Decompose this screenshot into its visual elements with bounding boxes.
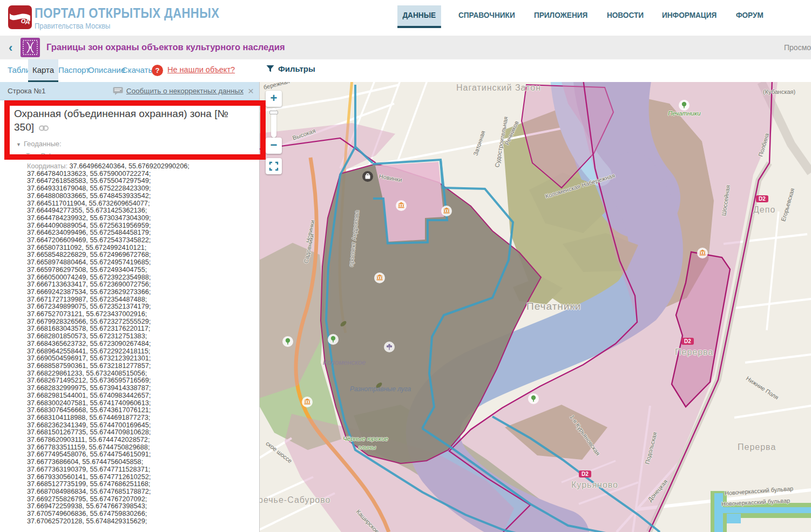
filter-funnel-icon bbox=[266, 65, 274, 73]
coordinate-line: 37.6658974880464, 55.6724957419685; bbox=[27, 259, 254, 267]
comment-bubble-icon bbox=[113, 87, 123, 95]
nav-item-novosti[interactable]: НОВОСТИ bbox=[606, 5, 645, 26]
fullscreen-button[interactable] bbox=[266, 158, 282, 174]
nav-item-forum[interactable]: ФОРУМ bbox=[735, 5, 765, 26]
coordinate-line: 37.6660500074249, 55.6723922354988; bbox=[27, 274, 254, 282]
nav-item-dannye[interactable]: ДАННЫЕ bbox=[397, 5, 441, 28]
coordinate-line: 37.6667133633417, 55.6723690072756; bbox=[27, 281, 254, 289]
coordinate-line: 37.6677833511159, 55.6744750829688; bbox=[27, 444, 254, 452]
object-panel: Строка №1 Сообщить о некорректных данных… bbox=[0, 82, 260, 532]
views-label: Просмотр bbox=[784, 43, 811, 52]
coordinate-line: 37.6679928326566, 55.6723272555529; bbox=[27, 318, 254, 326]
coordinate-line: 37.665807311092, 55.6724992410121; bbox=[27, 244, 254, 252]
zoom-in-button[interactable]: + bbox=[266, 91, 282, 107]
coordinate-line: 37.6682832999975, 55.6739414338787; bbox=[27, 385, 254, 392]
coordinate-line: 37.6687084986834, 55.6747685178872; bbox=[27, 488, 254, 496]
coordinate-line: 37.6688587590361, 55.6732181277857; bbox=[27, 363, 254, 370]
coordinate-line: 37.6681683043578, 55.6723176220117; bbox=[27, 325, 254, 333]
coordinate-line: 37.6690504596917, 55.6732123921301; bbox=[27, 355, 254, 363]
coordinate-line: 37.6669242387534, 55.6723629273366; bbox=[27, 289, 254, 296]
coordinate-line: 37.6683104118988, 55.6744691877273; bbox=[27, 414, 254, 422]
coordinate-line: 37.6647840133623, 55.6759000722274; bbox=[27, 170, 254, 178]
coordinate-line: 37.6646234099496, 55.6725484458179; bbox=[27, 229, 254, 237]
nav-item-informatsiya[interactable]: ИНФОРМАЦИЯ bbox=[661, 5, 718, 26]
portal-title: ПОРТАЛ ОТКРЫТЫХ ДАННЫХ bbox=[35, 5, 219, 21]
coordinate-line: 37.6659786297508, 55.672493404755; bbox=[27, 267, 254, 274]
coordinate-line: 37.6644090889054, 55.6725631956959; bbox=[27, 222, 254, 230]
portal-subtitle: Правительства Москвы bbox=[35, 22, 110, 30]
dataset-icon bbox=[21, 38, 40, 57]
coordinate-line: 37.6682801850573, 55.672312751383; bbox=[27, 333, 254, 340]
coordinate-line: 37.6692755826795, 55.674767207092; bbox=[27, 496, 254, 503]
coordinates-list: Координаты: 37.664966240364, 55.67692029… bbox=[0, 163, 254, 525]
coordinate-line: 37.6647261858583, 55.6755047297549; bbox=[27, 178, 254, 185]
report-incorrect-data-link[interactable]: Сообщить о некорректных данных bbox=[113, 87, 244, 95]
help-icon[interactable]: ? bbox=[152, 65, 163, 76]
coordinate-line: 37.6677495458076, 55.6744754615091; bbox=[27, 451, 254, 459]
coordinate-line: 37.6678620903111, 55.6744742028572; bbox=[27, 436, 254, 444]
coordinate-line: 37.6683002407581, 55.6741740960613; bbox=[27, 400, 254, 407]
zoom-slider-handle[interactable] bbox=[269, 111, 278, 114]
coordinate-line: 37.6645117011904, 55.6732609654077; bbox=[27, 200, 254, 208]
svg-text:ОД: ОД bbox=[21, 18, 30, 24]
coordinate-line: 37.6649331679048, 55.6752228423309; bbox=[27, 185, 254, 193]
zoom-slider[interactable] bbox=[271, 108, 276, 138]
coordinate-line: 37.6647206609469, 55.6725437345822; bbox=[27, 237, 254, 244]
coordinate-line: 37.6682362341349, 55.6744700169645; bbox=[27, 422, 254, 429]
coordinate-line: 37.6689642558441, 55.6722922418115; bbox=[27, 348, 254, 356]
zoom-out-button[interactable]: − bbox=[266, 138, 282, 154]
coordinate-line: 37.6648808033665, 55.6748453933542; bbox=[27, 193, 254, 200]
coordinate-line: 37.6681501267735, 55.6744709810628; bbox=[27, 429, 254, 436]
nav-item-prilozheniya[interactable]: ПРИЛОЖЕНИЯ bbox=[533, 5, 589, 26]
coordinate-line: 37.6658548226829, 55.6724969672768; bbox=[27, 251, 254, 259]
portal-logo-icon[interactable]: ОД bbox=[8, 5, 32, 30]
coordinate-line: 37.6685127735199, 55.6747686251168; bbox=[27, 481, 254, 488]
tabs-bar: Таблица Карта Паспорт Описание Скачать ⌄… bbox=[0, 59, 811, 82]
coordinate-line: 37.668229861233, 55.6732408515056; bbox=[27, 370, 254, 378]
coordinate-line: 37.667527073121, 55.6723437002916; bbox=[27, 311, 254, 318]
geo-type: Тип: Polygon bbox=[26, 152, 65, 160]
coordinate-line: 37.670625720128, 55.6748429315629; bbox=[27, 518, 254, 526]
map-base-layer bbox=[259, 82, 811, 532]
close-icon[interactable]: × bbox=[248, 86, 254, 96]
object-title: Охранная (объединенная охранная) зона [№… bbox=[14, 107, 231, 134]
main-nav: ДАННЫЕ СПРАВОЧНИКИ ПРИЛОЖЕНИЯ НОВОСТИ ИН… bbox=[397, 5, 766, 28]
coordinate-line: 37.6679330560141, 55.6747712610252; bbox=[27, 474, 254, 481]
app-header: ОД ПОРТАЛ ОТКРЫТЫХ ДАННЫХ Правительства … bbox=[0, 0, 811, 36]
panel-header: Строка №1 Сообщить о некорректных данных… bbox=[0, 82, 259, 100]
dataset-title: Границы зон охраны объектов культурного … bbox=[46, 42, 285, 52]
coordinate-line: 37.664494277355, 55.6731425362136; bbox=[27, 207, 254, 215]
coordinate-line: 37.669472259938, 55.6747667398543; bbox=[27, 503, 254, 510]
coordinate-line: 37.6684365623732, 55.6723090267484; bbox=[27, 340, 254, 348]
map-canvas[interactable]: Нагатинский ЗатонбережнаяВысокаяСудостро… bbox=[259, 82, 811, 532]
back-icon[interactable]: ‹ bbox=[9, 41, 12, 55]
link-icon[interactable] bbox=[39, 121, 49, 134]
coordinate-line: Координаты: 37.664966240364, 55.67692029… bbox=[27, 163, 254, 170]
coordinate-line: 37.6671727139987, 55.672354487488; bbox=[27, 296, 254, 304]
triangle-down-icon: ▼ bbox=[16, 142, 21, 147]
coordinate-line: 37.6705749606836, 55.674759830266; bbox=[27, 510, 254, 518]
row-title: Строка №1 bbox=[8, 87, 45, 95]
coordinate-line: 37.6672349899075, 55.6723521374179; bbox=[27, 303, 254, 311]
nav-item-spravochniki[interactable]: СПРАВОЧНИКИ bbox=[457, 5, 516, 26]
geodata-toggle[interactable]: ▼Геоданные: bbox=[16, 140, 62, 148]
breadcrumb-bar: ‹ Границы зон охраны объектов культурног… bbox=[0, 36, 811, 59]
coordinate-line: 37.6677363190379, 55.6747711528371; bbox=[27, 466, 254, 474]
coordinate-line: 37.6682671495212, 55.6736595716569; bbox=[27, 377, 254, 385]
object-not-found-link[interactable]: Не нашли объект? bbox=[167, 65, 235, 74]
coordinate-line: 37.6683076456668, 55.6743617076121; bbox=[27, 407, 254, 414]
coordinate-line: 37.6682981544001, 55.6740983442657; bbox=[27, 392, 254, 400]
coordinate-line: 37.66773686604, 55.6744756045858; bbox=[27, 459, 254, 466]
coordinate-line: 37.6644784239932, 55.6730347304309; bbox=[27, 215, 254, 222]
filters-button[interactable]: Фильтры bbox=[266, 64, 315, 73]
